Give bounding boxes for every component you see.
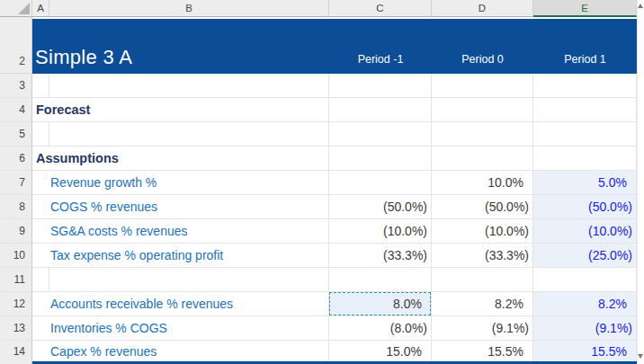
period-header-minus1[interactable]: Period -1: [329, 53, 432, 74]
cell-d3[interactable]: [432, 74, 533, 98]
cell-e13-input[interactable]: (9.1%): [533, 316, 637, 341]
row-header-11[interactable]: 11: [0, 268, 32, 292]
sheet-title: Simple 3 A: [32, 46, 329, 74]
cell-d7[interactable]: 10.0%: [432, 171, 533, 195]
row-header-8[interactable]: 8: [0, 195, 32, 219]
row-header-7[interactable]: 7: [0, 171, 32, 195]
column-header-e-selected[interactable]: E: [533, 0, 637, 17]
row-header-9[interactable]: 9: [0, 219, 32, 244]
section-header-forecast[interactable]: Forecast: [32, 98, 329, 122]
cell-d12[interactable]: 8.2%: [432, 292, 533, 316]
cell-label[interactable]: Inventories % COGS: [32, 316, 329, 341]
cell-e5[interactable]: [533, 122, 637, 146]
sheet-row-14: 14 Capex % revenues 15.0% 15.5% 15.5%: [0, 341, 644, 361]
sheet-row-12: 12 Accounts receivable % revenues 8.0% 8…: [0, 292, 644, 316]
column-header-d[interactable]: D: [432, 0, 533, 17]
cell-label[interactable]: Tax expense % operating profit: [32, 244, 329, 268]
row-header-10[interactable]: 10: [0, 244, 32, 268]
sheet-row-11: 11: [0, 268, 644, 292]
cell-label[interactable]: [32, 74, 329, 98]
sheet-row-13: 13 Inventories % COGS (8.0%) (9.1%) (9.1…: [0, 316, 644, 341]
sheet-row-6: 6 Assumptions: [0, 146, 644, 171]
sheet-row-2: 2 Simple 3 A Period -1 Period 0 Period 1: [0, 17, 644, 74]
cell-c9[interactable]: (10.0%): [329, 219, 432, 244]
sheet-row-5: 5: [0, 122, 644, 146]
cell-d9[interactable]: (10.0%): [432, 219, 533, 244]
period-header-1[interactable]: Period 1: [533, 53, 637, 74]
row-header-3[interactable]: 3: [0, 74, 32, 98]
section-header-assumptions[interactable]: Assumptions: [32, 146, 329, 171]
cell-e10-input[interactable]: (25.0%): [533, 244, 637, 268]
cell-d6[interactable]: [432, 146, 533, 171]
cell-c5[interactable]: [329, 122, 432, 146]
cell-e9-input[interactable]: (10.0%): [533, 219, 637, 244]
select-all-corner[interactable]: [0, 0, 32, 17]
period-header-0[interactable]: Period 0: [432, 53, 533, 74]
cell-e7-input[interactable]: 5.0%: [533, 171, 637, 195]
cell-c10[interactable]: (33.3%): [329, 244, 432, 268]
column-header-row: A B C D E: [0, 0, 644, 17]
cell-d14[interactable]: 15.5%: [432, 341, 533, 361]
cell-d11[interactable]: [432, 268, 533, 292]
column-header-b[interactable]: B: [49, 0, 329, 17]
row-header-13[interactable]: 13: [0, 316, 32, 341]
row-header-4[interactable]: 4: [0, 98, 32, 122]
cell-d4[interactable]: [432, 98, 533, 122]
cell-e14-input[interactable]: 15.5%: [533, 341, 637, 361]
row-header-14[interactable]: 14: [0, 341, 32, 361]
cell-c14[interactable]: 15.0%: [329, 341, 432, 361]
cell-c4[interactable]: [329, 98, 432, 122]
sheet-row-7: 7 Revenue growth % 10.0% 5.0%: [0, 171, 644, 195]
sheet-row-10: 10 Tax expense % operating profit (33.3%…: [0, 244, 644, 268]
cell-label[interactable]: [32, 122, 329, 146]
row-header-5[interactable]: 5: [0, 122, 32, 146]
cell-c3[interactable]: [329, 74, 432, 98]
cell-d8[interactable]: (50.0%): [432, 195, 533, 219]
column-header-c[interactable]: C: [329, 0, 432, 17]
title-band[interactable]: Simple 3 A Period -1 Period 0 Period 1: [32, 19, 637, 74]
cell-e6[interactable]: [533, 146, 637, 171]
cell-d10[interactable]: (33.3%): [432, 244, 533, 268]
cell-e11[interactable]: [533, 268, 637, 292]
cell-c6[interactable]: [329, 146, 432, 171]
cell-e12-input[interactable]: 8.2%: [533, 292, 637, 316]
cell-c7[interactable]: [329, 171, 432, 195]
cell-e8-input[interactable]: (50.0%): [533, 195, 637, 219]
row-header-2[interactable]: 2: [0, 17, 32, 74]
select-all-triangle-icon: [18, 3, 30, 14]
cell-e4[interactable]: [533, 98, 637, 122]
sheet-row-4: 4 Forecast: [0, 98, 644, 122]
copied-cell-c12[interactable]: 8.0%: [329, 292, 432, 316]
cell-d5[interactable]: [432, 122, 533, 146]
spreadsheet: A B C D E 2 Simple 3 A Period -1 Period …: [0, 0, 644, 364]
cell-label[interactable]: COGS % revenues: [32, 195, 329, 219]
cell-label[interactable]: Revenue growth %: [32, 171, 329, 195]
cell-label[interactable]: Accounts receivable % revenues: [32, 292, 329, 316]
sheet-row-8: 8 COGS % revenues (50.0%) (50.0%) (50.0%…: [0, 195, 644, 219]
cell-d13[interactable]: (9.1%): [432, 316, 533, 341]
cell-e3[interactable]: [533, 74, 637, 98]
scroll-down-icon[interactable]: [638, 354, 643, 359]
sheet-row-3: 3: [0, 74, 644, 98]
sheet-row-9: 9 SG&A costs % revenues (10.0%) (10.0%) …: [0, 219, 644, 244]
cell-label[interactable]: SG&A costs % revenues: [32, 219, 329, 244]
row-header-12[interactable]: 12: [0, 292, 32, 316]
cell-label[interactable]: [32, 268, 329, 292]
cell-c13[interactable]: (8.0%): [329, 316, 432, 341]
row-header-6[interactable]: 6: [0, 146, 32, 171]
cell-c8[interactable]: (50.0%): [329, 195, 432, 219]
cell-c11[interactable]: [329, 268, 432, 292]
column-header-a[interactable]: A: [32, 0, 49, 17]
vertical-scrollbar[interactable]: [637, 0, 644, 364]
scroll-up-icon[interactable]: [638, 4, 643, 8]
cell-label[interactable]: Capex % revenues: [32, 341, 329, 361]
